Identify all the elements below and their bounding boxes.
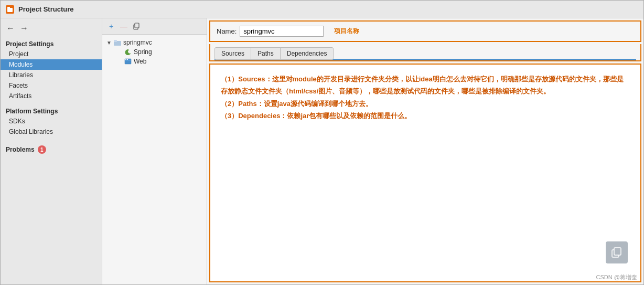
tabs-container: Sources Paths Dependencies <box>209 44 641 61</box>
copy-button[interactable] <box>131 20 142 32</box>
description-line1: （1）Sources：这里对module的开发目录进行文件夹分类，以让idea明… <box>221 73 630 98</box>
tab-paths[interactable]: Paths <box>251 47 281 60</box>
tree-label-spring: Spring <box>134 48 152 56</box>
tree-node-spring[interactable]: ▸ Spring <box>104 47 205 57</box>
copy-icon-widget[interactable] <box>606 241 628 263</box>
svg-rect-3 <box>135 23 139 28</box>
svg-rect-1 <box>7 7 10 8</box>
window-title: Project Structure <box>18 5 73 13</box>
sidebar: ← → Project Settings Project Modules Lib… <box>1 18 102 284</box>
window-icon <box>6 5 14 14</box>
tree-area: ▼ springmvc ▸ Spring <box>102 35 207 284</box>
svg-rect-11 <box>614 248 621 255</box>
project-settings-header: Project Settings <box>1 38 102 49</box>
watermark: CSDN @蒋增奎 <box>596 273 637 281</box>
problems-badge: 1 <box>38 145 46 154</box>
description-line3: （3）Dependecies：依赖jar包有哪些以及依赖的范围是什么。 <box>221 110 630 122</box>
forward-button[interactable]: → <box>18 23 30 34</box>
sidebar-item-facets[interactable]: Facets <box>1 80 102 91</box>
tab-dependencies[interactable]: Dependencies <box>280 47 334 60</box>
sidebar-item-sdks[interactable]: SDKs <box>1 116 102 126</box>
content-body: （1）Sources：这里对module的开发目录进行文件夹分类，以让idea明… <box>209 64 641 282</box>
svg-rect-5 <box>114 40 117 42</box>
tree-label-web: Web <box>134 58 146 65</box>
tab-sources[interactable]: Sources <box>214 47 251 60</box>
spring-icon <box>124 48 132 56</box>
name-annotation: 项目名称 <box>334 27 359 36</box>
tree-arrow: ▼ <box>106 40 112 46</box>
tree-toolbar: + — <box>102 18 207 35</box>
back-button[interactable]: ← <box>5 23 16 34</box>
title-bar: Project Structure <box>1 1 643 18</box>
description-line2: （2）Paths：设置java源代码编译到哪个地方去。 <box>221 98 630 110</box>
problems-label: Problems <box>6 146 35 153</box>
svg-rect-8 <box>125 59 126 60</box>
web-icon <box>124 58 132 65</box>
nav-buttons: ← → <box>1 20 102 38</box>
sidebar-item-libraries[interactable]: Libraries <box>1 70 102 80</box>
add-button[interactable]: + <box>105 20 117 32</box>
center-tree-panel: + — ▼ springmvc <box>102 18 207 284</box>
sidebar-item-artifacts[interactable]: Artifacts <box>1 91 102 101</box>
content-panel: Name: 项目名称 Sources Paths Dependencies （1… <box>207 18 643 284</box>
name-input[interactable] <box>240 26 324 37</box>
tree-node-springmvc[interactable]: ▼ springmvc <box>104 38 205 47</box>
platform-settings-header: Platform Settings <box>1 105 102 116</box>
sidebar-item-project[interactable]: Project <box>1 49 102 59</box>
name-label: Name: <box>217 27 237 35</box>
tree-node-web[interactable]: ▸ Web <box>104 57 205 66</box>
folder-icon <box>114 39 121 46</box>
project-structure-window: Project Structure ← → Project Settings P… <box>0 0 644 285</box>
tree-label-springmvc: springmvc <box>123 39 152 46</box>
sidebar-item-modules[interactable]: Modules <box>1 59 102 70</box>
main-area: ← → Project Settings Project Modules Lib… <box>1 18 643 284</box>
svg-rect-0 <box>7 8 13 12</box>
sidebar-item-global-libraries[interactable]: Global Libraries <box>1 126 102 137</box>
name-row: Name: 项目名称 <box>209 20 641 42</box>
problems-section: Problems 1 <box>1 143 102 156</box>
remove-button[interactable]: — <box>118 20 130 32</box>
svg-rect-9 <box>127 59 128 60</box>
